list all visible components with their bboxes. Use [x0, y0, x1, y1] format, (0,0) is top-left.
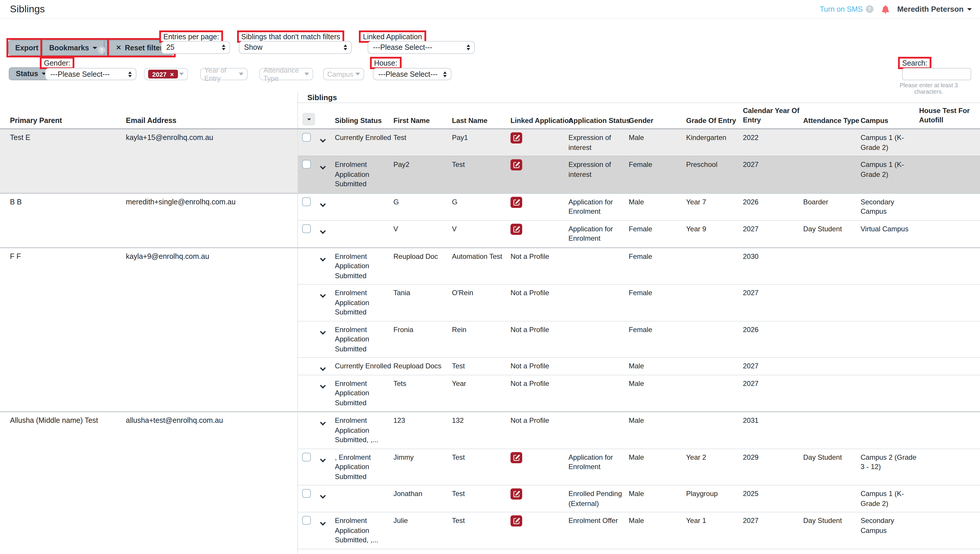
row-select-checkbox[interactable]	[302, 160, 311, 169]
calendar-year-header: Calendar Year Of Entry	[743, 106, 803, 128]
row-select-checkbox[interactable]	[302, 197, 311, 206]
row-select-checkbox[interactable]	[302, 224, 311, 233]
expand-row-chevron-icon[interactable]	[320, 382, 326, 388]
linked-application-select[interactable]: ---Please Select---	[368, 41, 475, 54]
sibling-status-cell: Enrolment Application Submitted, ,...	[335, 412, 393, 448]
expander-cell	[318, 156, 335, 193]
last-name-cell: Test	[452, 549, 511, 554]
bookmarks-dropdown-button[interactable]: Bookmarks	[42, 40, 104, 56]
edit-linked-application-button[interactable]	[511, 223, 522, 234]
grade-of-entry-cell	[686, 358, 743, 374]
calendar-year-cell: 2022	[743, 129, 803, 156]
edit-linked-application-button[interactable]	[511, 515, 522, 527]
attendance-type-cell	[803, 486, 861, 512]
calendar-year-cell: 2025	[743, 486, 803, 512]
parent-pane: F Fkayla+9@enrolhq.com.au	[0, 248, 298, 411]
expand-row-chevron-icon[interactable]	[320, 228, 326, 234]
linked-application-header: Linked Application	[511, 116, 568, 128]
edit-linked-application-button[interactable]	[511, 452, 522, 463]
house-label: House:	[370, 57, 401, 69]
bookmarks-help-icon[interactable]: ?	[98, 46, 105, 54]
row-select-checkbox[interactable]	[302, 489, 311, 498]
expand-row-chevron-icon[interactable]	[320, 201, 326, 207]
linked-application-cell	[511, 156, 568, 193]
first-name-cell: Reupload Docs	[393, 358, 452, 374]
attendance-type-cell	[803, 412, 861, 448]
last-name-cell: Test	[452, 449, 511, 485]
chevron-down-icon	[307, 118, 311, 120]
first-name-cell: Tania	[393, 285, 452, 321]
last-name-cell: O'Rein	[452, 285, 511, 321]
sms-help-icon[interactable]: ?	[865, 5, 873, 13]
attendance-type-filter[interactable]: Attendance Type	[259, 68, 313, 80]
grade-of-entry-cell: Preschool	[686, 156, 743, 193]
edit-linked-application-button[interactable]	[511, 132, 522, 143]
family-group: F Fkayla+9@enrolhq.com.auEnrolment Appli…	[0, 247, 980, 411]
expand-row-chevron-icon[interactable]	[320, 328, 326, 334]
sort-dropdown-button[interactable]	[303, 113, 315, 125]
row-select-checkbox[interactable]	[302, 516, 311, 525]
checkbox-cell	[298, 486, 318, 512]
sibling-status-cell	[335, 194, 393, 220]
expand-row-chevron-icon[interactable]	[320, 420, 326, 425]
search-input[interactable]	[902, 68, 971, 80]
checkbox-cell	[298, 285, 318, 321]
sibling-status-cell: Enrolment Application Submitted, ,...	[335, 513, 393, 548]
application-status-cell	[568, 248, 629, 284]
select-arrows-icon	[128, 71, 132, 77]
turn-on-sms-link[interactable]: Turn on SMS	[820, 5, 862, 13]
chevron-down-icon	[92, 46, 97, 49]
attendance-type-cell	[803, 549, 861, 554]
expander-cell	[318, 375, 335, 411]
edit-linked-application-button[interactable]	[511, 159, 522, 170]
user-menu[interactable]: Meredith Peterson	[897, 5, 972, 13]
campus-cell: Campus 1 (K-Grade 2)	[861, 129, 919, 156]
application-status-cell	[568, 549, 629, 554]
linked-application-cell: Not a Profile	[511, 248, 568, 284]
expand-row-chevron-icon[interactable]	[320, 137, 326, 143]
campus-filter[interactable]: Campus	[323, 68, 364, 80]
first-name-cell: Fronia	[393, 321, 452, 357]
year-of-entry-filter[interactable]: Year of Entry	[200, 68, 248, 80]
expander-cell	[318, 549, 335, 554]
sibling-status-cell: , Enrolment Application Submitted	[335, 449, 393, 485]
sibling-row: Currently EnrolledTestPay1Expression of …	[298, 129, 980, 156]
gender-cell: Female	[629, 321, 686, 357]
family-group: Test Ekayla+15@enrolhq.com.auCurrently E…	[0, 129, 980, 193]
siblings-mismatch-select[interactable]: Show	[239, 41, 352, 54]
primary-parent-name: B B	[0, 197, 126, 247]
expand-row-chevron-icon[interactable]	[320, 164, 326, 170]
entries-per-page-select[interactable]: 25	[161, 41, 230, 54]
calendar-year-cell: 2030	[743, 248, 803, 284]
sibling-status-cell: Enrolment Application Submitted	[335, 156, 393, 193]
house-select[interactable]: ---Please Select---	[373, 68, 451, 80]
sibling-rows: Enrolment Application SubmittedReupload …	[298, 248, 980, 411]
sibling-status-cell: Enrolment Application Submitted	[335, 375, 393, 411]
gender-label: Gender:	[40, 57, 74, 69]
first-name-cell: 123	[393, 412, 452, 448]
campus-header: Campus	[861, 116, 919, 128]
attendance-type-header: Attendance Type	[803, 116, 861, 128]
expand-row-chevron-icon[interactable]	[320, 255, 326, 261]
expand-row-chevron-icon[interactable]	[320, 292, 326, 298]
remove-year-filter-icon[interactable]: ×	[170, 70, 174, 78]
gender-cell: Female	[629, 285, 686, 321]
expand-row-chevron-icon[interactable]	[320, 520, 326, 525]
notifications-bell-icon[interactable]	[881, 5, 889, 13]
row-select-checkbox[interactable]	[302, 133, 311, 142]
edit-linked-application-button[interactable]	[511, 196, 522, 208]
gender-cell: Female	[629, 248, 686, 284]
gender-select[interactable]: ---Please Select---	[45, 68, 137, 80]
row-select-checkbox[interactable]	[302, 452, 311, 461]
expand-row-chevron-icon[interactable]	[320, 456, 326, 462]
grade-of-entry-cell	[686, 412, 743, 448]
edit-linked-application-button[interactable]	[511, 489, 522, 500]
calendar-year-filter[interactable]: 2027 ×	[144, 68, 188, 80]
calendar-year-cell: 2027	[743, 375, 803, 411]
expand-row-chevron-icon[interactable]	[320, 365, 326, 371]
attendance-type-cell: Boarder	[803, 194, 861, 220]
house-cell	[919, 129, 980, 156]
expand-row-chevron-icon[interactable]	[320, 493, 326, 499]
export-button[interactable]: Export	[8, 40, 45, 56]
first-name-cell: G	[393, 194, 452, 220]
